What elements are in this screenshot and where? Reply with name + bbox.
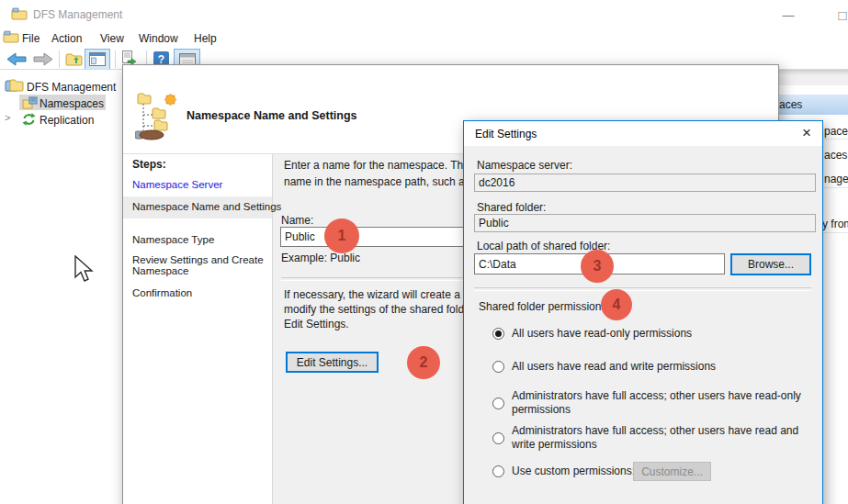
dialog-divider <box>474 287 811 291</box>
wizard-header-icon <box>135 89 181 140</box>
note-line-2: modify the settings of the shared folder… <box>284 302 491 317</box>
menu-view[interactable]: View <box>96 30 128 47</box>
edit-settings-dialog: Edit Settings × Namespace server: Shared… <box>463 120 823 504</box>
name-label: Name: <box>281 214 313 227</box>
toolbar-separator <box>59 50 60 68</box>
replication-icon <box>21 112 37 127</box>
chevron-right-icon[interactable]: > <box>5 112 10 123</box>
shared-folder-input[interactable] <box>474 214 816 232</box>
tree-item-namespaces[interactable]: Namespaces <box>40 97 104 110</box>
app-icon <box>11 7 28 20</box>
radio-custom-permissions[interactable] <box>492 465 504 477</box>
back-icon[interactable] <box>6 52 27 66</box>
wizard-page-heading: Namespace Name and Settings <box>187 109 357 122</box>
tree-item-replication[interactable]: Replication <box>40 114 94 127</box>
radio-read-write-label[interactable]: All users have read and write permission… <box>512 360 716 374</box>
wizard-intro-text: Enter a name for the namespace. This na … <box>284 157 487 190</box>
dfs-management-icon <box>5 78 24 93</box>
edit-settings-button[interactable]: Edit Settings... <box>286 352 379 373</box>
background-pane-header-text: aces <box>777 98 802 111</box>
background-panel-strip <box>772 70 848 85</box>
callout-3: 3 <box>581 250 614 283</box>
mouse-cursor <box>73 255 96 285</box>
menu-window[interactable]: Window <box>135 30 182 47</box>
radio-admin-full-others-read-write-label[interactable]: Administrators have full access; other u… <box>512 424 824 452</box>
shared-folder-permissions-label: Shared folder permissions: <box>479 300 610 313</box>
example-text: Example: Public <box>281 252 360 264</box>
menu-help[interactable]: Help <box>190 30 220 47</box>
callout-4: 4 <box>601 289 632 320</box>
radio-read-only-label[interactable]: All users have read-only permissions <box>512 327 692 341</box>
background-row-fragment: pace... <box>824 125 848 138</box>
radio-read-write[interactable] <box>492 361 504 373</box>
background-pane-header: aces <box>777 95 848 115</box>
background-row-divider <box>821 187 848 188</box>
menubar-app-icon <box>3 30 19 43</box>
steps-heading: Steps: <box>132 158 166 171</box>
window-maximize-button[interactable]: □ <box>829 4 848 26</box>
dialog-titlebar[interactable]: Edit Settings × <box>464 121 822 146</box>
menu-action[interactable]: Action <box>48 30 85 47</box>
tree-item-dfs-management[interactable]: DFS Management <box>27 81 116 94</box>
background-row-fragment: aces t <box>824 149 848 162</box>
radio-read-only[interactable] <box>492 328 504 340</box>
show-hide-console-tree-button[interactable] <box>85 49 110 70</box>
intro-line-1: Enter a name for the namespace. This na <box>284 157 487 174</box>
customize-button: Customize... <box>633 462 711 481</box>
radio-admin-full-others-read-label[interactable]: Administrators have full access; other u… <box>512 389 815 417</box>
step-namespace-type: Namespace Type <box>132 234 266 245</box>
window-minimize-button[interactable]: — <box>775 4 802 26</box>
step-namespace-name-and-settings: Namespace Name and Settings <box>132 201 266 212</box>
background-row-divider <box>821 139 848 140</box>
up-folder-icon[interactable] <box>65 51 83 66</box>
namespace-server-label: Namespace server: <box>477 159 572 172</box>
note-line-1: If necessary, the wizard will create a s… <box>284 287 491 302</box>
callout-2: 2 <box>407 346 440 379</box>
step-review-settings: Review Settings and Create Namespace <box>132 254 266 276</box>
wizard-note-text: If necessary, the wizard will create a s… <box>284 287 491 331</box>
background-row-fragment: nagen <box>824 173 848 185</box>
step-confirmation: Confirmation <box>132 287 266 298</box>
wizard-steps-pane: Steps: Namespace Server Namespace Name a… <box>123 154 273 504</box>
background-row-divider <box>821 232 848 233</box>
intro-line-2: name in the namespace path, such as \\ <box>284 174 487 190</box>
forward-icon[interactable] <box>33 52 53 66</box>
radio-custom-permissions-label[interactable]: Use custom permissions: <box>512 465 635 478</box>
radio-admin-full-others-read-write[interactable] <box>492 432 504 444</box>
radio-admin-full-others-read[interactable] <box>492 398 504 409</box>
console-tree-icon <box>89 52 106 66</box>
namespaces-icon <box>22 96 38 109</box>
desktop: DFS Management — □ File Action View Wind… <box>0 0 848 504</box>
browse-button[interactable]: Browse... <box>730 253 811 275</box>
dialog-title: Edit Settings <box>475 128 537 140</box>
step-namespace-server[interactable]: Namespace Server <box>132 179 266 190</box>
namespace-server-input[interactable] <box>474 174 816 192</box>
shared-folder-label: Shared folder: <box>477 201 546 214</box>
background-row-fragment: y from <box>822 218 848 230</box>
toolbar-separator <box>115 50 116 68</box>
menu-file[interactable]: File <box>18 30 43 47</box>
window-title: DFS Management <box>33 8 122 21</box>
dialog-close-button[interactable]: × <box>796 122 818 144</box>
callout-1: 1 <box>324 218 359 253</box>
note-line-3: Edit Settings. <box>284 317 491 331</box>
